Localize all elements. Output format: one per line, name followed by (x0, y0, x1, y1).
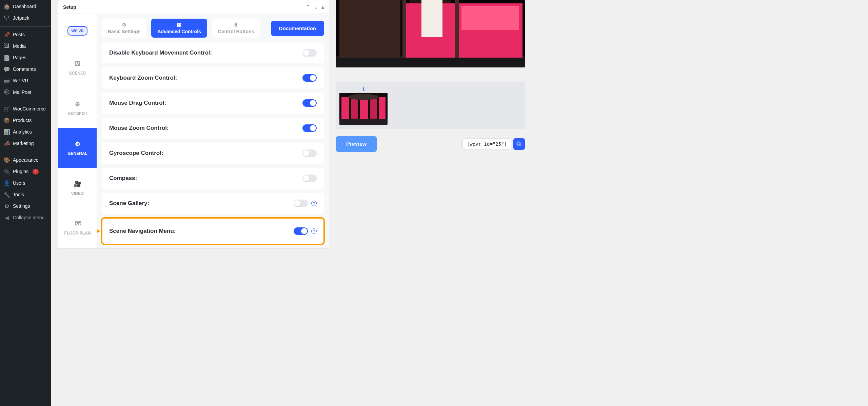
menu-item-users[interactable]: 👤Users (0, 177, 51, 189)
svg-rect-17 (379, 97, 386, 119)
setting-label: Scene Navigation Menu: (109, 228, 176, 235)
metabox-down-icon[interactable]: ⌄ (314, 4, 318, 10)
menu-item-media[interactable]: 🖼Media (0, 40, 51, 52)
setting-label: Gyroscope Control: (109, 150, 163, 157)
tour-preview-image (336, 0, 525, 67)
tab-controlbtns[interactable]: 🎚Control Buttons (212, 19, 260, 38)
menu-item-dashboard[interactable]: 🏠Dashboard (0, 1, 51, 12)
menu-item-tools[interactable]: 🔧Tools (0, 189, 51, 200)
disable-keyboard-movement-toggle[interactable] (302, 49, 317, 57)
menu-label: Posts (13, 32, 25, 37)
metabox-toggles: ⌃ ⌄ ▴ (306, 4, 324, 10)
keyboard-zoom-toggle[interactable] (302, 74, 317, 82)
horizontal-tabs: ⚙Basic Settings▦Advanced Controls🎚Contro… (102, 19, 324, 38)
vtab-label: GENERAL (67, 151, 87, 156)
svg-point-19 (348, 94, 379, 100)
menu-item-marketing[interactable]: 📣Marketing (0, 138, 51, 149)
htab-label: Basic Settings (108, 29, 140, 34)
thumbnail-image (339, 93, 388, 125)
mailpoet-icon: Ⓜ (3, 89, 10, 96)
menu-item-analytics[interactable]: 📊Analytics (0, 126, 51, 138)
svg-rect-16 (370, 98, 377, 119)
setup-metabox: Setup ⌃ ⌄ ▴ WP VR 🖼SCENES⊕HOTSPOT⚙GENERA… (58, 0, 329, 248)
setting-compass: Compass: (102, 168, 324, 189)
info-icon[interactable]: ? (311, 201, 317, 206)
menu-label: MailPoet (13, 89, 31, 95)
svg-rect-20 (518, 143, 521, 146)
scene-thumbnail-1[interactable]: 1 (339, 86, 388, 125)
preview-button[interactable]: Preview (336, 136, 377, 152)
basic-icon: ⚙ (122, 22, 126, 27)
hotspot-icon: ⊕ (75, 100, 80, 108)
menu-item-plugins[interactable]: 🔌Plugins4 (0, 166, 51, 177)
media-icon: 🖼 (3, 43, 10, 49)
svg-rect-3 (336, 56, 525, 67)
vtab-label: HOTSPOT (67, 111, 87, 116)
vtab-general[interactable]: ⚙GENERAL (58, 128, 97, 168)
comments-icon: 💬 (3, 66, 10, 73)
analytics-icon: 📊 (3, 128, 10, 135)
tab-basic[interactable]: ⚙Basic Settings (102, 19, 146, 38)
menu-item-woocommerce[interactable]: 🛒WooCommerce (0, 103, 51, 115)
menu-label: Products (13, 118, 32, 123)
vtab-scenes[interactable]: 🖼SCENES (58, 48, 97, 88)
scene-thumbnail-strip: 1 (336, 82, 525, 129)
menu-item-settings[interactable]: ⚙Settings (0, 200, 51, 212)
plugins-update-badge: 4 (33, 169, 39, 175)
menu-label: Comments (13, 66, 36, 72)
setting-label: Mouse Zoom Control: (109, 125, 169, 131)
menu-item-collapse[interactable]: ◀Collapse menu (0, 212, 51, 223)
vtab-hotspot[interactable]: ⊕HOTSPOT (58, 88, 97, 128)
tab-advanced[interactable]: ▦Advanced Controls (151, 19, 207, 38)
menu-label: Marketing (13, 141, 34, 146)
scenes-icon: 🖼 (75, 60, 81, 67)
vtab-label: SCENES (69, 71, 86, 76)
compass-toggle[interactable] (302, 175, 317, 182)
setting-label: Mouse Drag Control: (109, 100, 166, 106)
scene-nav-menu-toggle[interactable] (294, 227, 308, 235)
menu-label: Appearance (13, 157, 39, 163)
mouse-drag-toggle[interactable] (302, 99, 317, 107)
posts-icon: 📌 (3, 31, 10, 38)
menu-item-wpvr[interactable]: 🥽WP VR (0, 75, 51, 86)
general-icon: ⚙ (75, 140, 80, 148)
svg-rect-21 (517, 142, 520, 145)
svg-rect-10 (402, 0, 406, 58)
menu-label: WP VR (13, 78, 28, 83)
mouse-zoom-toggle[interactable] (302, 124, 317, 132)
shortcode-text[interactable]: [wpvr id="25"] (462, 138, 511, 150)
settings-icon: ⚙ (3, 203, 10, 209)
metabox-caret-icon[interactable]: ▴ (321, 4, 324, 10)
menu-label: Collapse menu (13, 215, 44, 220)
menu-item-mailpoet[interactable]: ⓂMailPoet (0, 86, 51, 98)
setting-gyroscope: Gyroscope Control: (102, 143, 324, 164)
documentation-button[interactable]: Documentation (271, 21, 324, 36)
wpvr-logo-cell: WP VR (58, 14, 97, 48)
appearance-icon: 🎨 (3, 157, 10, 163)
copy-shortcode-button[interactable] (513, 138, 525, 150)
users-icon: 👤 (3, 180, 10, 186)
vtab-video[interactable]: 🎥VIDEO (58, 168, 97, 208)
setting-label: Disable Keyboard Movement Control: (109, 49, 212, 56)
setting-label: Scene Gallery: (109, 200, 149, 207)
setup-header: Setup ⌃ ⌄ ▴ (58, 0, 329, 14)
menu-item-products[interactable]: 📦Products (0, 115, 51, 126)
thumbnail-number: 1 (339, 86, 388, 92)
menu-item-comments[interactable]: 💬Comments (0, 63, 51, 75)
menu-label: Jetpack (13, 15, 29, 21)
vtab-label: VIDEO (71, 191, 84, 196)
wp-admin-sidebar: 🏠Dashboard🛡Jetpack📌Posts🖼Media📄Pages💬Com… (0, 0, 51, 406)
menu-label: Pages (13, 55, 26, 60)
menu-item-jetpack[interactable]: 🛡Jetpack (0, 12, 51, 24)
highlight-arrow-icon (97, 226, 100, 236)
menu-item-pages[interactable]: 📄Pages (0, 52, 51, 63)
metabox-up-icon[interactable]: ⌃ (306, 4, 310, 10)
scene-gallery-toggle[interactable] (294, 200, 308, 207)
info-icon[interactable]: ? (311, 228, 317, 234)
gyroscope-toggle[interactable] (302, 149, 317, 157)
htab-label: Control Buttons (218, 29, 254, 34)
menu-item-appearance[interactable]: 🎨Appearance (0, 154, 51, 166)
menu-label: WooCommerce (13, 106, 46, 111)
vtab-floorplan[interactable]: 🗺FLOOR PLAN (58, 208, 97, 248)
menu-item-posts[interactable]: 📌Posts (0, 29, 51, 40)
